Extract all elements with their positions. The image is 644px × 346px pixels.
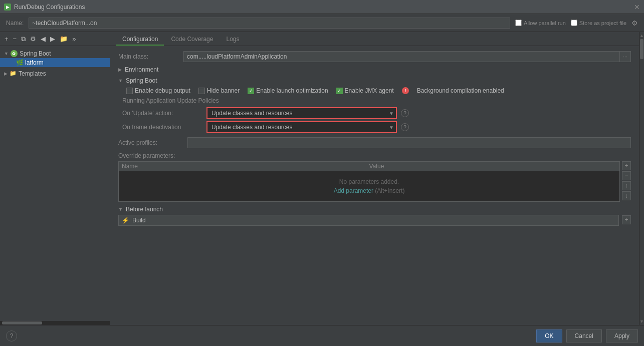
templates-label: Templates <box>19 70 46 77</box>
spring-boot-collapse-icon[interactable]: ▼ <box>118 78 123 83</box>
collapse-arrow: ▼ <box>4 51 9 56</box>
enable-launch-label: Enable launch optimization <box>256 87 328 94</box>
expand-arrow: ▶ <box>4 71 8 76</box>
on-frame-label: On frame deactivation <box>122 124 202 131</box>
close-icon[interactable]: ✕ <box>634 3 640 11</box>
store-project-label: Store as project file <box>579 20 626 26</box>
spring-boot-tree-item[interactable]: ▼ ✿ Spring Boot <box>0 49 110 58</box>
environment-label: Environment <box>125 66 158 73</box>
tab-configuration[interactable]: Configuration <box>116 34 164 46</box>
hide-banner-item: Hide banner <box>198 87 240 94</box>
spring-boot-icon: ✿ <box>11 50 18 57</box>
sidebar-content: ▼ ✿ Spring Boot 🌿 latform ▶ 📁 Templates <box>0 46 110 321</box>
add-param-button[interactable]: + <box>622 161 631 170</box>
running-app-section: Running Application Update Policies On '… <box>118 97 631 133</box>
settings-icon[interactable]: ⚙ <box>631 19 638 27</box>
nav-right-button[interactable]: ▶ <box>49 35 57 43</box>
override-params-section: Override parameters: Name Value No param… <box>118 152 631 202</box>
build-item: ⚡ Build <box>118 215 619 226</box>
enable-debug-item: Enable debug output <box>126 87 190 94</box>
on-frame-row: On frame deactivation Update classes and… <box>122 121 631 133</box>
scrollbar-thumb[interactable] <box>640 39 643 59</box>
enable-jmx-checkbox[interactable]: ✓ <box>336 88 343 94</box>
params-table-header: Name Value <box>119 162 619 171</box>
add-config-button[interactable]: + <box>3 35 10 43</box>
spring-boot-section: ▼ Spring Boot Enable debug output Hide b… <box>118 77 631 133</box>
name-input[interactable] <box>29 18 510 29</box>
remove-param-button[interactable]: − <box>622 171 631 180</box>
config-item-label: latform <box>25 59 44 66</box>
tab-logs[interactable]: Logs <box>220 34 245 46</box>
no-params-text: No parameters added. <box>339 178 399 185</box>
on-update-help-icon[interactable]: ? <box>401 109 409 117</box>
config-panel: Main class: ··· ▶ Environment ▼ Spring B… <box>110 46 639 325</box>
hide-banner-label: Hide banner <box>207 87 240 94</box>
store-project-checkbox[interactable] <box>571 20 577 26</box>
active-profiles-row: Active profiles: <box>118 137 631 148</box>
bottom-bar: ? OK Cancel Apply <box>0 325 644 346</box>
allow-parallel-checkbox[interactable] <box>515 20 522 26</box>
add-param-link[interactable]: Add parameter (Alt+Insert) <box>334 187 405 194</box>
background-label: Background compilation enabled <box>417 87 504 94</box>
on-frame-help-icon[interactable]: ? <box>401 123 409 131</box>
remove-config-button[interactable]: − <box>12 35 19 43</box>
before-launch-label: Before launch <box>126 206 163 213</box>
content-area: Configuration Code Coverage Logs Main cl… <box>110 32 639 325</box>
allow-parallel-label: Allow parallel run <box>524 20 566 26</box>
store-project-group: Store as project file <box>571 20 626 26</box>
enable-jmx-item: ✓ Enable JMX agent <box>336 87 394 94</box>
sidebar: + − ⧉ ⚙ ◀ ▶ 📁 » ▼ ✿ Spring Boot 🌿 <box>0 32 110 325</box>
hide-banner-checkbox[interactable] <box>198 88 205 94</box>
cancel-button[interactable]: Cancel <box>566 329 602 342</box>
move-down-button[interactable]: ↓ <box>622 191 631 200</box>
on-update-select[interactable]: Update classes and resources Update clas… <box>206 107 397 119</box>
right-scrollbar[interactable]: ▲ ▼ <box>639 32 644 325</box>
active-profiles-input[interactable] <box>187 137 631 148</box>
on-frame-select-wrapper: Update classes and resources Update clas… <box>206 121 397 133</box>
params-table-body: No parameters added. Add parameter (Alt+… <box>119 171 619 201</box>
enable-debug-checkbox[interactable] <box>126 88 133 94</box>
title-bar-text: Run/Debug Configurations <box>14 4 85 11</box>
before-launch-collapse-icon[interactable]: ▼ <box>118 207 123 212</box>
move-up-button[interactable]: ↑ <box>622 181 631 190</box>
before-launch-header: ▼ Before launch <box>118 206 631 213</box>
add-before-launch-button[interactable]: + <box>622 215 631 224</box>
folder-button[interactable]: 📁 <box>58 35 69 43</box>
spring-boot-section-header: ▼ Spring Boot <box>118 77 631 84</box>
config-item[interactable]: 🌿 latform <box>0 58 110 67</box>
nav-left-button[interactable]: ◀ <box>39 35 47 43</box>
help-button[interactable]: ? <box>6 330 17 341</box>
enable-launch-checkbox[interactable]: ✓ <box>248 88 254 94</box>
params-table: Name Value No parameters added. Add para… <box>118 161 620 202</box>
override-params-label: Override parameters: <box>118 152 631 159</box>
spring-boot-group: ▼ ✿ Spring Boot 🌿 latform <box>0 48 110 68</box>
spring-boot-section-label: Spring Boot <box>126 77 157 84</box>
settings-config-button[interactable]: ⚙ <box>29 35 38 43</box>
enable-debug-label: Enable debug output <box>135 87 190 94</box>
templates-tree-item[interactable]: ▶ 📁 Templates <box>0 69 110 78</box>
folder-icon: 📁 <box>10 70 17 77</box>
scroll-up-arrow[interactable]: ▲ <box>639 32 644 39</box>
apply-button[interactable]: Apply <box>606 329 638 342</box>
environment-section-header: ▶ Environment <box>118 66 631 73</box>
background-error-icon: ! <box>402 87 409 94</box>
enable-jmx-label: Enable JMX agent <box>345 87 394 94</box>
params-col-value-header: Value <box>369 163 617 170</box>
name-bar: Name: Allow parallel run Store as projec… <box>0 14 644 32</box>
params-actions: + − ↑ ↓ <box>622 161 631 201</box>
templates-group: ▶ 📁 Templates <box>0 68 110 79</box>
tab-code-coverage[interactable]: Code Coverage <box>165 34 219 46</box>
main-class-label: Main class: <box>118 53 183 60</box>
spring-boot-label: Spring Boot <box>20 50 51 57</box>
ok-button[interactable]: OK <box>536 329 562 342</box>
environment-expand-icon[interactable]: ▶ <box>118 67 122 72</box>
on-frame-select[interactable]: Update classes and resources Update clas… <box>206 121 397 133</box>
more-button[interactable]: » <box>71 35 77 43</box>
main-class-input[interactable] <box>183 51 620 62</box>
sidebar-toolbar: + − ⧉ ⚙ ◀ ▶ 📁 » <box>0 32 110 46</box>
on-update-row: On 'Update' action: Update classes and r… <box>122 107 631 119</box>
copy-config-button[interactable]: ⧉ <box>20 35 27 44</box>
main-class-browse-button[interactable]: ··· <box>620 51 631 62</box>
scroll-down-arrow[interactable]: ▼ <box>639 318 644 325</box>
title-bar: ▶ Run/Debug Configurations ✕ <box>0 0 644 14</box>
